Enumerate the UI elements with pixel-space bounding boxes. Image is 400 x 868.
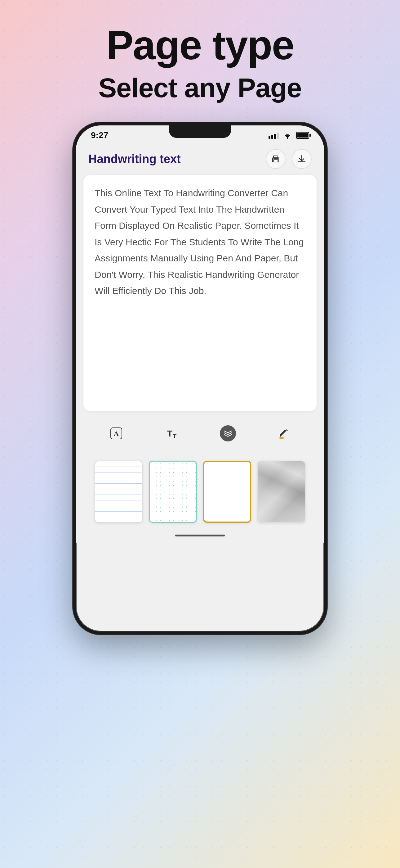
app-toolbar: A T T [76, 413, 324, 453]
font-button[interactable]: A [105, 422, 128, 444]
download-button[interactable] [292, 149, 312, 169]
text-content[interactable]: This Online Text To Handwriting Converte… [95, 185, 305, 299]
app-screen: Handwriting text [76, 143, 324, 542]
page-option-lined[interactable] [95, 461, 143, 523]
app-header: Handwriting text [76, 143, 324, 175]
layers-button[interactable] [217, 422, 239, 444]
wifi-icon [283, 132, 292, 139]
signal-icon [269, 132, 279, 139]
text-area-container: This Online Text To Handwriting Converte… [84, 175, 316, 411]
plain-paper-preview [204, 462, 250, 522]
header-section: Page type Select any Page [0, 0, 400, 122]
page-selector [76, 453, 324, 530]
app-title: Handwriting text [88, 152, 181, 166]
text-size-button[interactable]: T T [161, 422, 183, 444]
crumpled-paper-preview [258, 461, 305, 522]
svg-rect-9 [279, 437, 284, 439]
dotted-paper-preview [150, 462, 196, 522]
page-option-crumpled[interactable] [257, 461, 305, 523]
phone-notch [169, 125, 231, 138]
phone-frame: 9:27 [73, 122, 327, 634]
svg-point-4 [277, 159, 278, 160]
fill-color-button[interactable] [272, 422, 295, 444]
phone-wrapper: 9:27 [0, 122, 400, 868]
page-option-plain[interactable] [203, 461, 251, 523]
print-button[interactable] [266, 149, 286, 169]
page-container: Page type Select any Page 9:27 [0, 0, 400, 868]
lined-paper-preview [95, 461, 142, 522]
battery-icon [296, 132, 309, 139]
svg-text:A: A [114, 430, 119, 437]
svg-point-0 [287, 137, 288, 139]
header-buttons [266, 149, 312, 169]
home-bar [175, 535, 225, 536]
svg-text:T: T [173, 433, 176, 440]
status-time: 9:27 [91, 130, 108, 140]
page-title: Page type [19, 25, 381, 66]
svg-rect-3 [273, 160, 278, 162]
page-subtitle: Select any Page [19, 72, 381, 104]
home-indicator [76, 530, 324, 542]
svg-text:T: T [167, 429, 172, 438]
page-option-dotted[interactable] [149, 461, 197, 523]
status-icons [269, 132, 309, 139]
